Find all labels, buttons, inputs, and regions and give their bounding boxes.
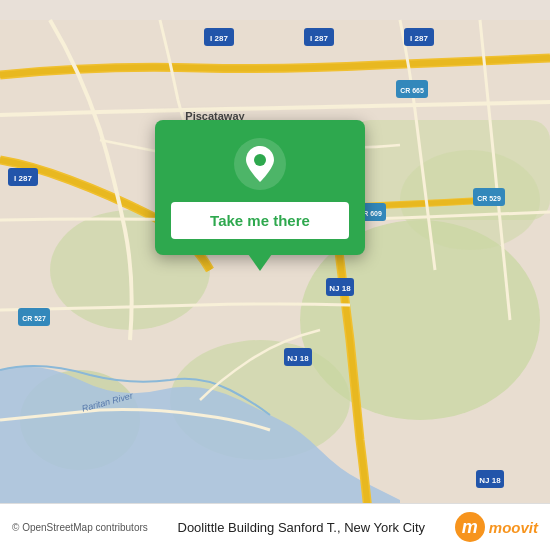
svg-text:I 287: I 287 [410, 34, 428, 43]
svg-text:CR 665: CR 665 [400, 87, 424, 94]
popup-card: Take me there [155, 120, 365, 255]
take-me-there-button[interactable]: Take me there [171, 202, 349, 239]
map-background: I 287 I 287 I 287 I 287 NJ 18 NJ 18 NJ 1… [0, 0, 550, 550]
svg-text:NJ 18: NJ 18 [287, 354, 309, 363]
svg-text:CR 527: CR 527 [22, 315, 46, 322]
map-attribution: © OpenStreetMap contributors [12, 522, 148, 533]
moovit-logo: m moovit [455, 512, 538, 542]
location-pin-icon [234, 138, 286, 190]
svg-text:CR 529: CR 529 [477, 195, 501, 202]
svg-text:NJ 18: NJ 18 [479, 476, 501, 485]
bottom-bar: © OpenStreetMap contributors Doolittle B… [0, 503, 550, 550]
svg-text:I 287: I 287 [310, 34, 328, 43]
svg-point-33 [254, 154, 266, 166]
svg-text:NJ 18: NJ 18 [329, 284, 351, 293]
svg-text:I 287: I 287 [210, 34, 228, 43]
moovit-m-icon: m [455, 512, 485, 542]
svg-text:I 287: I 287 [14, 174, 32, 183]
map-container: I 287 I 287 I 287 I 287 NJ 18 NJ 18 NJ 1… [0, 0, 550, 550]
location-name: Doolittle Building Sanford T., New York … [148, 520, 455, 535]
moovit-brand-text: moovit [489, 519, 538, 536]
